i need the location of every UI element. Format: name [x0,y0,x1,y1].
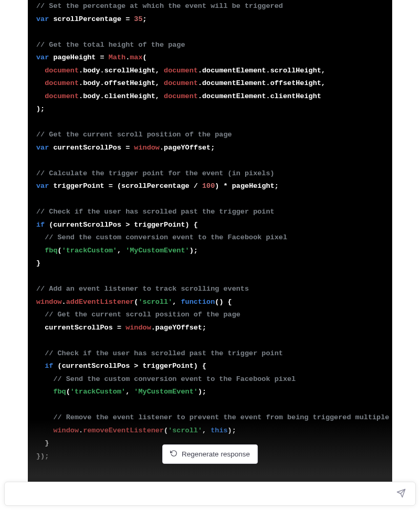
code-dot: . [100,92,104,100]
code-comment: // Remove the event listener to prevent … [53,413,392,421]
code-brace: { [198,362,206,370]
code-var: scrollPercentage [53,15,121,23]
code-op: / [190,182,202,190]
code-prop: body [83,79,100,87]
code-comment: // Calculate the trigger point for the e… [36,169,275,177]
code-builtin: window [53,427,79,434]
send-button[interactable] [394,486,408,502]
code-prop: offsetHeight [270,79,321,87]
code-op: = [96,54,108,61]
code-number: 35 [134,15,142,23]
code-string: 'trackCustom' [62,247,117,254]
code-comma: , [155,67,164,75]
code-prop: scrollHeight [270,67,321,75]
code-comment: // Get the current scroll position of th… [45,311,240,318]
code-dot: . [266,79,270,87]
code-var: currentScrollPos [45,324,113,332]
code-var: triggerPoint [143,362,194,370]
code-brace: } [36,259,40,267]
code-prop: documentElement [202,79,266,87]
code-string: 'MyCustomEvent' [134,388,198,396]
code-string: 'scroll' [168,427,202,434]
code-comma: , [155,79,164,87]
code-op: * [219,182,232,190]
code-dot: . [100,67,104,75]
code-op: > [130,362,142,370]
code-comment: // Set the percentage at which the event… [36,2,283,10]
code-comment: // Check if the user has scrolled past t… [45,349,283,357]
code-var: triggerPoint [53,182,104,190]
regenerate-label: Regenerate response [182,450,250,458]
code-comma: , [117,247,125,254]
code-op: = [104,182,117,190]
code-parens: () [215,298,223,306]
code-string: 'scroll' [138,298,172,306]
code-var: scrollPercentage [121,182,190,190]
code-keyword: var [36,15,49,23]
code-comment: // Get the total height of the page [36,41,185,49]
code-keyword: var [36,54,49,61]
code-block: // Set the percentage at which the event… [36,0,384,463]
code-dot: . [198,92,202,100]
code-string: 'trackCustom' [70,388,125,396]
code-builtin: document [164,67,198,75]
code-keyword: function [181,298,215,306]
code-builtin: Math [109,54,125,61]
code-prop: body [83,67,100,75]
code-func: fbq [53,388,66,396]
code-method: removeEventListener [83,427,164,434]
code-brace: { [223,298,232,306]
code-var: currentScrollPos [62,362,130,370]
code-brace: { [190,221,198,229]
code-op: = [113,324,125,332]
code-dot: . [79,427,83,434]
code-paren: ( [143,54,147,61]
code-builtin: document [45,92,79,100]
code-builtin: document [164,79,198,87]
code-method: addEventListener [66,298,134,306]
code-prop: clientHeight [270,92,321,100]
code-var: triggerPoint [134,221,185,229]
code-dot: . [79,92,83,100]
code-semi: ; [202,324,206,332]
code-op: > [121,221,134,229]
code-prop: body [83,92,100,100]
code-prop: clientHeight [104,92,155,100]
code-builtin: window [125,324,151,332]
code-dot: . [100,79,104,87]
code-keyword: var [36,182,49,190]
code-builtin: document [45,79,79,87]
code-dot: . [198,79,202,87]
code-keyword: if [36,221,45,229]
regenerate-button[interactable]: Regenerate response [162,444,258,464]
code-var: currentScrollPos [53,221,121,229]
refresh-icon [170,450,177,459]
code-comment: // Get the current scroll position of th… [36,131,232,139]
code-semi: ; [275,182,279,190]
code-func: fbq [45,247,57,254]
code-comma: , [202,427,211,434]
code-prop: pageYOffset [164,144,211,152]
code-prop: pageYOffset [155,324,202,332]
code-comment: // Send the custom conversion event to t… [53,375,296,383]
code-dot: . [79,67,83,75]
code-dot: . [151,324,155,332]
code-op: = [121,144,134,152]
code-close: }); [36,452,49,460]
chat-input[interactable] [12,490,394,498]
code-keyword: if [45,362,53,370]
code-method: max [130,54,142,61]
code-comment: // Send the custom conversion event to t… [45,233,287,241]
code-var: pageHeight [232,182,275,190]
code-dot: . [266,67,270,75]
code-keyword: var [36,144,49,152]
code-comment: // Check if the user has scrolled past t… [36,208,275,216]
code-dot: . [266,92,270,100]
code-prop: scrollHeight [104,67,155,75]
code-prop: documentElement [202,67,266,75]
code-brace: } [45,439,49,447]
code-builtin: document [45,67,79,75]
code-dot: . [62,298,66,306]
code-block-container: // Set the percentage at which the event… [28,0,392,482]
code-prop: offsetHeight [104,79,155,87]
